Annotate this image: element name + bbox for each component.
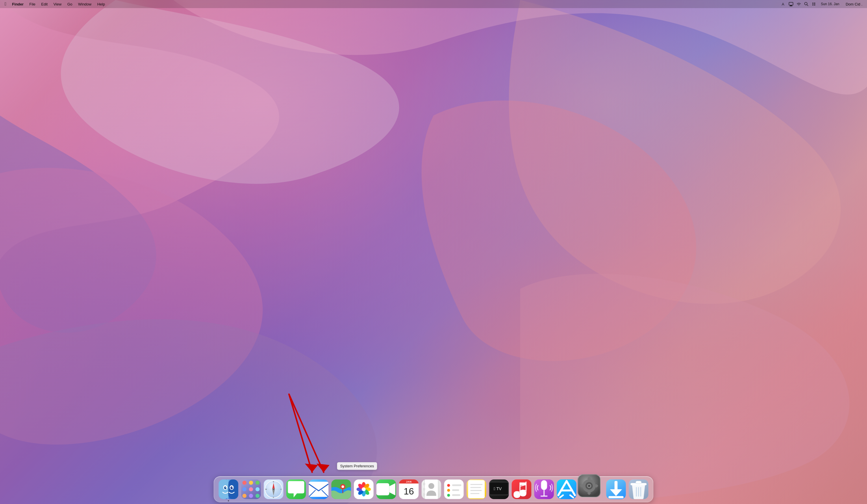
svg-point-72 — [447, 484, 450, 487]
system-preferences-tooltip: System Preferences — [337, 462, 377, 470]
svg-rect-81 — [471, 484, 483, 485]
svg-point-112 — [588, 485, 590, 487]
dock-icon-facetime[interactable]: FaceTime — [376, 479, 397, 500]
dock-icon-downloader[interactable]: Downie — [606, 479, 627, 500]
dock-icon-messages[interactable]: Messages — [286, 479, 307, 500]
svg-point-74 — [447, 489, 450, 492]
dock-icon-photos[interactable]: Photos — [353, 479, 374, 500]
svg-point-28 — [243, 481, 247, 485]
svg-rect-27 — [228, 484, 229, 496]
svg-point-32 — [249, 487, 253, 491]
svg-marker-16 — [305, 463, 318, 472]
svg-rect-48 — [309, 482, 329, 497]
menubar-right: A — [781, 1, 865, 7]
dock-icon-podcasts[interactable]: Podcasts — [534, 479, 555, 500]
spotlight-icon[interactable] — [803, 1, 809, 7]
svg-point-23 — [225, 487, 226, 488]
svg-point-22 — [224, 486, 227, 489]
menu-go[interactable]: Go — [65, 1, 75, 7]
svg-rect-2 — [0, 0, 867, 504]
dock-icon-mail[interactable]: Mail — [308, 479, 329, 500]
svg-rect-83 — [471, 490, 482, 491]
svg-point-31 — [243, 487, 247, 491]
dock-icon-maps[interactable]: Maps — [331, 479, 352, 500]
dock-separator — [602, 481, 603, 498]
menu-edit[interactable]: Edit — [39, 1, 50, 7]
svg-rect-66 — [425, 480, 438, 499]
svg-rect-80 — [468, 480, 485, 498]
dock-icon-reminders[interactable]: Reminders — [443, 479, 464, 500]
svg-line-15 — [289, 394, 312, 472]
input-source-icon[interactable]: A — [781, 1, 786, 7]
dock-icon-system-preferences[interactable]: System Preferences — [577, 474, 601, 498]
svg-point-29 — [249, 481, 253, 485]
control-center-icon[interactable] — [811, 1, 817, 7]
svg-point-36 — [256, 494, 259, 498]
menu-file[interactable]: File — [27, 1, 38, 7]
svg-point-43 — [272, 489, 275, 491]
dock-icon-calendar[interactable]: JAN 16 Calendar — [398, 479, 419, 500]
menubar-left:  Finder File Edit View Go Window Help — [2, 1, 781, 7]
menu-view[interactable]: View — [51, 1, 64, 7]
svg-point-9 — [812, 3, 814, 4]
svg-text:W: W — [265, 489, 267, 490]
svg-point-33 — [256, 487, 259, 491]
calendar-month: JAN — [399, 480, 419, 483]
svg-point-11 — [812, 4, 814, 6]
svg-line-8 — [807, 4, 808, 6]
svg-point-70 — [428, 483, 434, 489]
svg-point-30 — [256, 481, 259, 485]
svg-point-25 — [231, 486, 233, 489]
annotation-arrow — [266, 388, 347, 481]
dock-icon-trash[interactable]: Trash — [628, 479, 649, 500]
menu-finder[interactable]: Finder — [10, 1, 26, 7]
svg-line-98 — [560, 495, 563, 497]
svg-marker-114 — [610, 489, 622, 496]
svg-point-35 — [249, 494, 253, 498]
svg-rect-82 — [471, 487, 481, 488]
menu-window[interactable]: Window — [76, 1, 94, 7]
svg-rect-73 — [452, 484, 461, 486]
finder-active-dot — [228, 500, 229, 501]
user-display: Dom Cid . — [843, 1, 865, 7]
dock-icon-notes[interactable]: Notes — [466, 479, 487, 500]
svg-rect-67 — [423, 483, 425, 485]
svg-point-26 — [232, 487, 233, 488]
svg-rect-69 — [423, 493, 425, 496]
svg-text:A: A — [782, 2, 784, 6]
svg-point-76 — [447, 494, 450, 497]
dock-icon-music[interactable]: Music — [511, 479, 532, 500]
svg-rect-18 — [219, 480, 228, 499]
screen-mirroring-icon[interactable] — [789, 1, 794, 7]
svg-text:S: S — [273, 496, 274, 498]
svg-text:E: E — [281, 489, 282, 490]
menubar-datetime: Sun 16. Jan — [818, 2, 842, 6]
dock-icon-appstore[interactable]: App Store — [556, 479, 577, 500]
desktop — [0, 0, 867, 504]
dock-icon-safari[interactable]: N S W E Safari — [263, 479, 284, 500]
svg-rect-92 — [520, 482, 526, 485]
dock-icon-contacts[interactable]: Contacts — [421, 479, 442, 500]
svg-point-54 — [342, 485, 344, 488]
svg-line-99 — [570, 495, 574, 497]
dock-icon-appletv[interactable]:  TV Apple TV — [489, 479, 510, 500]
svg-point-88 — [520, 490, 526, 496]
svg-text:N: N — [273, 481, 274, 483]
svg-rect-93 — [541, 480, 547, 490]
svg-rect-117 — [635, 481, 641, 484]
svg-line-96 — [558, 481, 567, 495]
svg-rect-75 — [452, 489, 459, 491]
svg-point-34 — [243, 494, 247, 498]
menu-help[interactable]: Help — [95, 1, 107, 7]
dock-icon-launchpad[interactable]: Launchpad — [241, 479, 261, 500]
svg-rect-68 — [423, 488, 425, 491]
dock-icon-finder[interactable]: Finder — [218, 479, 239, 500]
svg-marker-14 — [317, 463, 330, 472]
wifi-icon[interactable] — [796, 1, 802, 7]
svg-rect-6 — [790, 6, 792, 6]
apple-menu[interactable]:  — [2, 1, 9, 7]
calendar-day: 16 — [399, 483, 419, 499]
svg-rect-20 — [228, 480, 238, 499]
svg-rect-77 — [452, 494, 460, 496]
svg-rect-5 — [790, 5, 792, 6]
